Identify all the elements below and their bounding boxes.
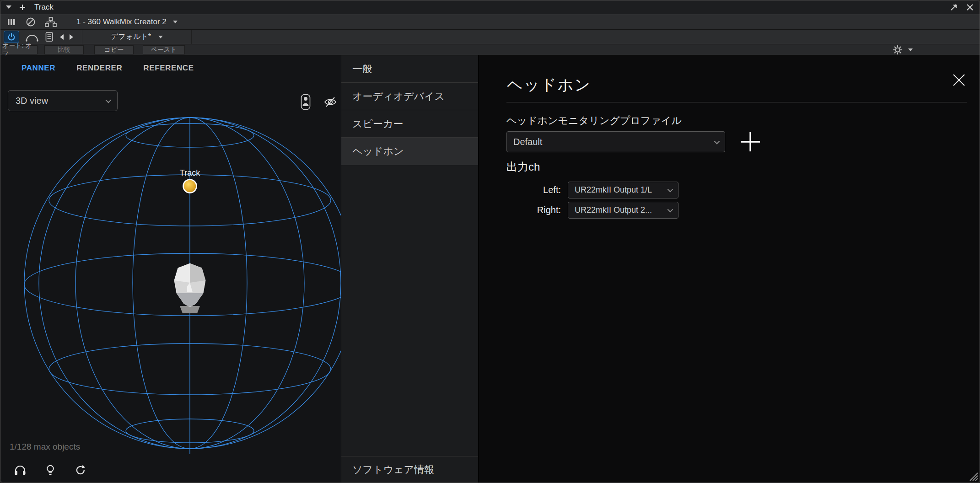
plugin-main: PANNER RENDERER REFERENCE 3D view — [0, 55, 980, 483]
toolbar-right-controls — [893, 44, 913, 55]
previous-preset-icon[interactable] — [60, 34, 64, 40]
preset-document-icon[interactable] — [45, 32, 54, 43]
add-track-icon[interactable] — [19, 4, 26, 11]
disc-bypass-icon[interactable] — [25, 16, 36, 27]
settings-nav-item-software-info[interactable]: ソフトウェア情報 — [341, 456, 478, 483]
plugin-selector-label: 1 - 360 WalkMix Creator 2 — [76, 17, 167, 27]
right-output-chevron-icon — [668, 207, 673, 213]
right-output-value: UR22mkII Output 2... — [575, 205, 668, 215]
close-window-icon[interactable] — [966, 3, 974, 11]
panner-tabs: PANNER RENDERER REFERENCE — [0, 55, 341, 80]
settings-nav: 一般 オーディオデバイス スピーカー ヘッドホン ソフトウェア情報 — [341, 55, 479, 483]
settings-nav-item-speaker[interactable]: スピーカー — [341, 110, 478, 138]
left-output-dropdown[interactable]: UR22mkII Output 1/L — [568, 182, 678, 199]
view-mode-label: 3D view — [16, 96, 106, 106]
paste-button[interactable]: ペースト — [143, 45, 185, 54]
reset-rotation-icon[interactable] — [74, 463, 87, 477]
titlebar-chevron-down-icon[interactable] — [6, 5, 11, 9]
tab-reference[interactable]: REFERENCE — [143, 64, 194, 73]
resize-grip[interactable] — [966, 469, 978, 481]
profile-value: Default — [513, 137, 714, 147]
window-title: Track — [34, 3, 54, 12]
page-title: ヘッドホン — [507, 75, 591, 96]
listener-orientation-icon[interactable] — [301, 94, 311, 110]
headphone-settings-panel: ヘッドホン ヘッドホンモニタリングプロファイル Default 出力ch Lef… — [479, 55, 980, 483]
listener-head-model — [174, 263, 205, 313]
output-channels-label: 出力ch — [506, 160, 540, 174]
left-output-value: UR22mkII Output 1/L — [575, 185, 668, 195]
view-mode-dropdown[interactable]: 3D view — [8, 90, 118, 111]
mixer-channels-icon[interactable] — [6, 16, 17, 27]
power-icon — [7, 33, 16, 41]
host-toolbar: 1 - 360 WalkMix Creator 2 — [0, 14, 980, 30]
settings-gear-icon[interactable] — [893, 45, 903, 55]
automation-curve-icon[interactable] — [25, 32, 39, 42]
left-output-chevron-icon — [668, 187, 673, 193]
view-mode-chevron-icon — [106, 97, 112, 103]
pin-icon[interactable] — [949, 3, 958, 12]
tab-renderer[interactable]: RENDERER — [76, 64, 122, 73]
object-count-label: 1/128 max objects — [10, 442, 80, 452]
compare-button[interactable]: 比較 — [44, 45, 84, 54]
preset-chevron-icon — [158, 36, 163, 38]
right-channel-label: Right: — [506, 205, 561, 215]
profile-chevron-icon — [714, 138, 720, 144]
profile-dropdown[interactable]: Default — [506, 131, 725, 152]
next-preset-icon[interactable] — [70, 34, 73, 40]
view-tools — [13, 463, 87, 477]
automation-mode-button[interactable]: オート: オフ — [2, 45, 38, 54]
visibility-off-icon[interactable] — [323, 95, 338, 109]
plugin-toolbar: デフォルト* — [0, 30, 980, 44]
left-channel-label: Left: — [506, 185, 561, 195]
profile-label: ヘッドホンモニタリングプロファイル — [506, 114, 682, 128]
settings-nav-item-general[interactable]: 一般 — [341, 55, 478, 83]
bypass-power-button[interactable] — [4, 31, 19, 43]
settings-nav-item-audio-device[interactable]: オーディオデバイス — [341, 83, 478, 110]
plugin-window: Track — [0, 0, 980, 483]
copy-button[interactable]: コピー — [94, 45, 134, 54]
headphones-monitor-icon[interactable] — [13, 463, 27, 477]
add-profile-button[interactable] — [737, 129, 764, 155]
right-output-dropdown[interactable]: UR22mkII Output 2... — [568, 202, 678, 219]
routing-icon[interactable] — [44, 16, 57, 27]
panner-panel: PANNER RENDERER REFERENCE 3D view — [0, 55, 341, 483]
titlebar-right — [949, 3, 974, 12]
titlebar-left: Track — [6, 3, 54, 12]
track-object-ball[interactable] — [183, 180, 197, 193]
lightbulb-icon[interactable] — [43, 463, 57, 477]
close-settings-icon[interactable] — [952, 73, 966, 87]
edit-toolbar: オート: オフ 比較 コピー ペースト — [0, 44, 980, 55]
3d-sphere-view[interactable]: Track — [0, 55, 341, 483]
plugin-selector-chevron-icon — [173, 21, 178, 23]
plugin-selector[interactable]: 1 - 360 WalkMix Creator 2 — [76, 17, 178, 27]
preset-name-label: デフォルト* — [111, 32, 151, 42]
preset-selector[interactable]: デフォルト* — [82, 30, 192, 44]
title-divider — [506, 102, 967, 102]
settings-nav-item-headphone[interactable]: ヘッドホン — [341, 138, 478, 165]
titlebar: Track — [0, 0, 980, 14]
settings-chevron-icon[interactable] — [908, 48, 913, 51]
tab-panner[interactable]: PANNER — [22, 64, 55, 73]
track-object-label: Track — [180, 168, 200, 177]
